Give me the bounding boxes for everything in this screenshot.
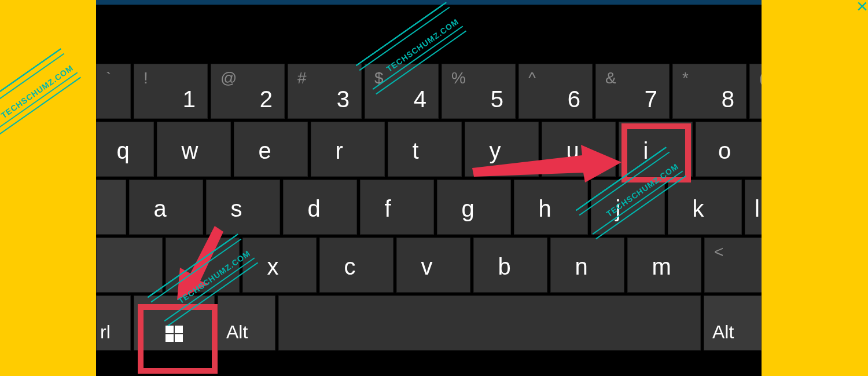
key-o[interactable]: o (696, 122, 762, 177)
key-backtick[interactable]: ` (96, 64, 131, 119)
key-9-partial[interactable]: ( (749, 64, 762, 119)
key-q[interactable]: q (96, 122, 154, 177)
key-g[interactable]: g (437, 180, 511, 235)
key-r[interactable]: r (311, 122, 385, 177)
key-j[interactable]: j (591, 180, 665, 235)
key-c[interactable]: c (319, 238, 393, 293)
key-n[interactable]: n (550, 238, 624, 293)
key-ctrl-partial[interactable]: rl (96, 295, 131, 351)
arrow-to-key-i (472, 145, 623, 188)
watermark-corner: TECHSCHUMZ.COM (0, 63, 75, 120)
page-close-fragment: × (856, 0, 868, 17)
key-x[interactable]: x (242, 238, 317, 293)
key-l[interactable]: l (745, 180, 762, 235)
key-4[interactable]: $4 (365, 64, 439, 119)
key-alt-right[interactable]: Alt (704, 295, 762, 351)
key-1[interactable]: !1 (134, 64, 208, 119)
screenshot-frame: ` !1 @2 #3 $4 %5 ^6 &7 *8 ( q w e r t y … (96, 0, 762, 376)
key-6[interactable]: ^6 (518, 64, 593, 119)
key-comma[interactable]: < (704, 238, 762, 293)
key-shift-partial[interactable] (96, 238, 163, 293)
key-space[interactable] (278, 295, 701, 351)
key-alt-left[interactable]: Alt (218, 295, 275, 351)
key-k[interactable]: k (668, 180, 742, 235)
key-m[interactable]: m (627, 238, 701, 293)
key-8[interactable]: *8 (672, 64, 746, 119)
key-5[interactable]: %5 (442, 64, 516, 119)
key-caps-partial[interactable] (96, 180, 126, 235)
window-titlebar (96, 0, 762, 5)
key-v[interactable]: v (396, 238, 470, 293)
key-2[interactable]: @2 (211, 64, 285, 119)
key-7[interactable]: &7 (595, 64, 670, 119)
key-d[interactable]: d (283, 180, 357, 235)
key-3[interactable]: #3 (288, 64, 362, 119)
key-h[interactable]: h (514, 180, 588, 235)
key-e[interactable]: e (234, 122, 308, 177)
svg-marker-0 (472, 145, 621, 182)
key-f[interactable]: f (360, 180, 434, 235)
highlight-key-i (621, 123, 691, 182)
key-t[interactable]: t (388, 122, 462, 177)
highlight-key-windows (138, 304, 218, 374)
key-w[interactable]: w (157, 122, 231, 177)
key-b[interactable]: b (473, 238, 547, 293)
